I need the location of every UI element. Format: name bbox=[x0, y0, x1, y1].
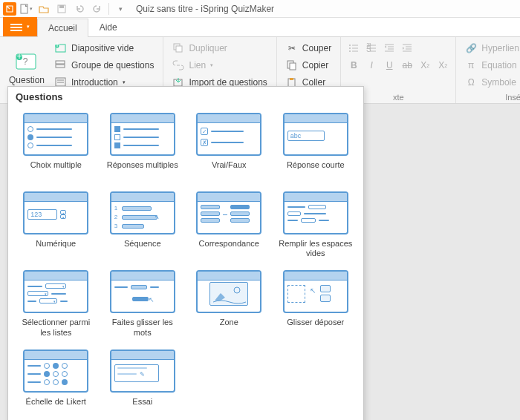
question-label: Question bbox=[9, 75, 45, 85]
superscript-icon[interactable]: X2 bbox=[435, 57, 451, 73]
qtype-drag-drop[interactable]: ↖ Glisser déposer bbox=[274, 267, 358, 340]
copy-button[interactable]: Copier bbox=[282, 57, 336, 73]
slide-icon: + bbox=[55, 42, 67, 54]
svg-point-27 bbox=[349, 47, 351, 49]
svg-rect-4 bbox=[10, 27, 22, 28]
qtype-sequence[interactable]: 1 2↖ 3 Séquence bbox=[101, 188, 185, 261]
equation-icon: π bbox=[465, 59, 477, 71]
svg-rect-13 bbox=[56, 61, 65, 64]
strike-icon[interactable]: ab bbox=[399, 57, 415, 73]
svg-point-25 bbox=[349, 45, 351, 46]
insert-group-label: Insérer bbox=[461, 91, 520, 102]
svg-rect-22 bbox=[290, 63, 296, 70]
qat-customize-icon[interactable]: ▾ bbox=[112, 1, 129, 16]
qtype-multiple-choice[interactable]: Choix multiple bbox=[14, 110, 98, 183]
dropdown-title: Questions bbox=[8, 87, 363, 107]
question-icon: +? bbox=[15, 51, 39, 75]
tab-aide[interactable]: Aide bbox=[88, 18, 129, 36]
qtype-matching[interactable]: Correspondance bbox=[187, 188, 271, 261]
subscript-icon[interactable]: X2 bbox=[417, 57, 433, 73]
new-doc-icon[interactable]: ▾ bbox=[18, 1, 34, 16]
symbol-icon: Ω bbox=[465, 76, 477, 88]
italic-icon[interactable]: I bbox=[363, 57, 380, 73]
symbol-button[interactable]: ΩSymbole bbox=[461, 74, 520, 91]
numbering-icon[interactable]: 123 bbox=[363, 40, 380, 56]
svg-point-48 bbox=[234, 287, 240, 293]
outdent-icon[interactable] bbox=[381, 40, 397, 56]
svg-rect-3 bbox=[10, 24, 22, 25]
qtype-hotspot[interactable]: Zone bbox=[187, 267, 271, 340]
equation-button[interactable]: πEquation bbox=[461, 57, 520, 73]
svg-text:?: ? bbox=[23, 56, 28, 67]
indent-icon[interactable] bbox=[399, 40, 415, 56]
ribbon-tabs: ▾ Accueil Aide bbox=[0, 18, 520, 37]
svg-rect-2 bbox=[59, 5, 64, 8]
redo-icon[interactable] bbox=[89, 1, 105, 16]
bold-icon[interactable]: B bbox=[345, 57, 362, 73]
save-icon[interactable] bbox=[53, 1, 70, 16]
svg-rect-19 bbox=[176, 46, 182, 52]
group-icon bbox=[55, 59, 67, 71]
app-logo bbox=[3, 2, 16, 16]
link-button[interactable]: Lien ▾ bbox=[168, 57, 271, 73]
bullets-icon[interactable] bbox=[345, 40, 362, 56]
svg-text:+: + bbox=[17, 53, 22, 62]
qtype-short-answer[interactable]: abc Réponse courte bbox=[274, 110, 358, 183]
qtype-multiple-response[interactable]: Réponses multiples bbox=[101, 110, 185, 183]
window-title: Quiz sans titre - iSpring QuizMaker bbox=[136, 4, 274, 14]
qtype-fill-blanks[interactable]: Remplir les espaces vides bbox=[274, 188, 358, 261]
duplicate-icon bbox=[172, 42, 184, 54]
svg-text:+: + bbox=[55, 42, 60, 50]
undo-icon[interactable] bbox=[71, 1, 88, 16]
underline-icon[interactable]: U bbox=[381, 57, 397, 73]
svg-rect-5 bbox=[10, 30, 22, 31]
tab-accueil[interactable]: Accueil bbox=[37, 19, 88, 37]
copy-icon bbox=[286, 59, 298, 71]
open-icon[interactable] bbox=[36, 1, 52, 16]
svg-rect-14 bbox=[56, 65, 65, 68]
qtype-select-lists[interactable]: ▾ ▾ ▾ Sélectionner parmi les listes bbox=[14, 267, 98, 340]
qtype-drag-words[interactable]: ↖ Faites glisser les mots bbox=[101, 267, 185, 340]
hyperlink-button[interactable]: 🔗Hyperlien bbox=[461, 40, 520, 56]
svg-rect-24 bbox=[290, 78, 293, 80]
empty-slide-button[interactable]: +Diapositive vide bbox=[51, 40, 158, 56]
question-type-dropdown: Questions Choix multiple Réponses multip… bbox=[7, 86, 364, 420]
group-insert: 🔗Hyperlien πEquation ΩSymbole Image Vidé… bbox=[456, 37, 520, 103]
qtype-likert[interactable]: Échelle de Likert bbox=[14, 347, 98, 419]
question-group-button[interactable]: Groupe de questions bbox=[51, 57, 158, 73]
file-tab[interactable]: ▾ bbox=[3, 17, 37, 36]
titlebar: ▾ ▾ Quiz sans titre - iSpring QuizMaker bbox=[0, 0, 520, 18]
qtype-true-false[interactable]: ✓ ✗ Vrai/Faux bbox=[187, 110, 271, 183]
svg-text:3: 3 bbox=[366, 44, 371, 53]
hyperlink-icon: 🔗 bbox=[465, 42, 477, 54]
qtype-numeric[interactable]: 123▴▾ Numérique bbox=[14, 188, 98, 261]
cut-button[interactable]: ✂Couper bbox=[282, 40, 336, 56]
svg-point-29 bbox=[349, 50, 351, 52]
scissors-icon: ✂ bbox=[286, 42, 298, 54]
qtype-essay[interactable]: ✎ Essai bbox=[101, 347, 185, 419]
duplicate-button[interactable]: Dupliquer bbox=[168, 40, 271, 56]
link-icon bbox=[172, 59, 184, 71]
